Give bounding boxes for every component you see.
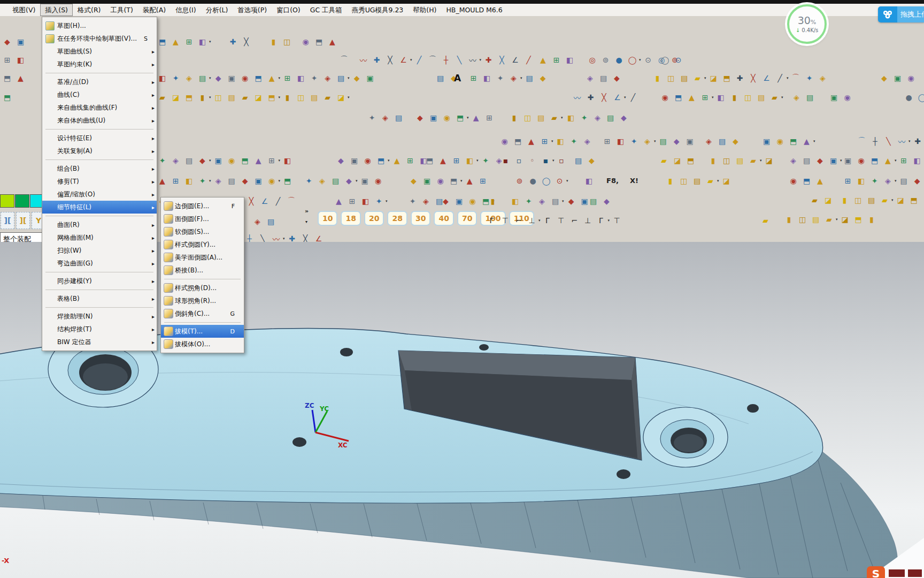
toolbar-icon[interactable]: ⬒ — [852, 213, 865, 226]
toolbar-icon[interactable]: ◈ — [212, 174, 225, 187]
toolbar-icon[interactable]: ◯ — [626, 54, 638, 66]
menubar-item[interactable]: 分析(L) — [201, 4, 233, 16]
toolbar-icon[interactable]: ◪ — [839, 213, 851, 226]
dropdown-arrow-icon[interactable]: ▾ — [476, 158, 479, 163]
toolbar-icon[interactable]: ◈ — [251, 215, 264, 228]
dropdown-arrow-icon[interactable]: ▾ — [760, 158, 762, 163]
dropdown-arrow-icon[interactable]: ▾ — [279, 158, 281, 163]
toolbar-icon[interactable]: ⬒ — [1, 72, 13, 85]
toolbar-icon[interactable]: ◧ — [555, 135, 567, 148]
toolbar-icon[interactable]: ⊚ — [599, 54, 612, 66]
toolbar-icon[interactable]: ⌒ — [790, 72, 802, 85]
toolbar-icon[interactable]: ◪ — [335, 91, 347, 104]
toolbar-icon[interactable]: ⊞ — [266, 154, 278, 167]
toolbar-icon[interactable]: ▮ — [281, 91, 294, 104]
toolbar-icon[interactable]: ▤ — [335, 72, 347, 85]
toolbar-icon[interactable]: ✦ — [578, 111, 590, 124]
toolbar-icon[interactable]: ✦ — [480, 154, 492, 167]
toolbar-icon[interactable]: ▤ — [329, 174, 342, 187]
toolbar-icon[interactable]: ◧ — [583, 174, 595, 187]
toolbar-icon[interactable]: ◈ — [170, 154, 182, 167]
toolbar-icon[interactable]: ⊞ — [1, 54, 13, 66]
dropdown-arrow-icon[interactable]: ▾ — [520, 76, 522, 80]
toolbar-icon[interactable]: ◧ — [564, 54, 576, 66]
toolbar-icon[interactable]: ⬒ — [252, 72, 265, 85]
toolbar-icon[interactable]: ╳ — [598, 91, 610, 104]
toolbar-icon[interactable]: ✚ — [584, 91, 597, 104]
toolbar-icon[interactable]: ◉ — [239, 72, 251, 85]
menu-item[interactable]: 来自体的曲线(U)▸ — [42, 114, 157, 127]
toolbar-icon[interactable]: ◧ — [183, 174, 195, 187]
toolbar-icon[interactable]: ⊞ — [483, 111, 496, 124]
toolbar-icon[interactable]: ◧ — [156, 72, 168, 85]
toolbar-icon[interactable]: ⬒ — [183, 91, 195, 104]
toolbar-icon[interactable]: ▪ — [499, 154, 512, 167]
toolbar-icon[interactable]: ✦ — [196, 174, 209, 187]
toolbar-icon[interactable]: ▤ — [865, 194, 877, 207]
toolbar-icon[interactable]: ◆ — [407, 174, 420, 187]
toolbar-icon[interactable]: ▣ — [827, 154, 840, 167]
menu-item[interactable]: 网格曲面(M)▸ — [42, 231, 157, 244]
toolbar-icon[interactable]: ▲ — [14, 72, 27, 85]
toolbar-icon[interactable]: ◦ — [526, 154, 538, 167]
toolbar-icon[interactable]: ▲ — [470, 111, 482, 124]
toolbar-icon[interactable]: ◆ — [537, 72, 549, 85]
dropdown-arrow-icon[interactable]: ▾ — [538, 218, 541, 223]
dropdown-arrow-icon[interactable]: ▾ — [787, 76, 789, 80]
toolbar-icon[interactable]: ◫ — [295, 91, 307, 104]
toolbar-icon[interactable]: ⊞ — [467, 72, 480, 85]
toolbar-icon[interactable]: ◪ — [720, 174, 733, 187]
toolbar-icon[interactable]: ◆ — [1, 35, 13, 48]
toolbar-icon[interactable]: ◧ — [614, 135, 627, 148]
toolbar-icon[interactable]: ╲ — [453, 54, 466, 66]
menubar-item[interactable]: 插入(S) — [40, 4, 73, 16]
toolbar-icon[interactable]: ◈ — [507, 72, 520, 85]
toolbar-icon[interactable]: ● — [903, 91, 915, 104]
toolbar-icon[interactable]: ◆ — [196, 154, 209, 167]
toolbar-icon[interactable]: ⬒ — [1, 91, 13, 104]
toolbar-icon[interactable]: ⬒ — [672, 91, 684, 104]
toolbar-icon[interactable]: Γ — [595, 214, 607, 227]
toolbar-icon[interactable]: ◉ — [905, 72, 917, 85]
toolbar-icon[interactable]: ┼ — [869, 135, 881, 148]
toolbar-icon[interactable]: ◈ — [790, 91, 803, 104]
toolbar-icon[interactable]: 〰 — [357, 54, 369, 66]
dropdown-arrow-icon[interactable]: ▾ — [891, 198, 894, 202]
toolbar-icon[interactable]: ◉ — [787, 174, 799, 187]
toolbar-icon[interactable]: ◈ — [379, 111, 391, 124]
menu-item[interactable]: 细节特征(L)▸ — [42, 201, 157, 214]
toolbar-icon[interactable]: ▣ — [421, 174, 433, 187]
toolbar-icon[interactable]: ◈ — [321, 72, 334, 85]
toolbar-icon[interactable]: ▮ — [651, 72, 664, 85]
toolbar-icon[interactable]: ◉ — [498, 135, 511, 148]
toolbar-icon[interactable]: ⌒ — [856, 135, 868, 148]
toolbar-icon[interactable]: ◯ — [916, 91, 924, 104]
toolbar-icon[interactable]: ▰ — [747, 154, 759, 167]
toolbar-icon[interactable]: ◧ — [715, 91, 727, 104]
toolbar-icon[interactable]: ▤ — [535, 111, 547, 124]
toolbar-icon[interactable]: ⊞ — [281, 72, 294, 85]
toolbar-icon[interactable]: ◫ — [742, 91, 754, 104]
dropdown-arrow-icon[interactable]: ▾ — [209, 158, 211, 163]
dropdown-arrow-icon[interactable]: ▾ — [279, 95, 281, 100]
toolbar-icon[interactable]: ◉ — [466, 195, 479, 208]
toolbar-icon[interactable]: ▤ — [604, 111, 617, 124]
dropdown-arrow-icon[interactable]: ▾ — [561, 116, 563, 120]
toolbar-icon[interactable]: 〰 — [896, 135, 908, 148]
dropdown-arrow-icon[interactable]: ▾ — [781, 95, 783, 100]
toolbar-icon[interactable]: ▰ — [759, 214, 772, 227]
toolbar-icon[interactable]: ▲ — [156, 174, 168, 187]
menu-item[interactable]: 美学面倒圆(A)... — [161, 251, 244, 264]
toolbar-icon[interactable]: ⊞ — [842, 174, 854, 187]
toolbar-x-button[interactable]: X! — [630, 177, 638, 185]
toolbar-icon[interactable]: ▤ — [226, 174, 238, 187]
toolbar-icon[interactable]: ✦ — [568, 135, 580, 148]
toolbar-icon[interactable]: ⊙ — [553, 174, 566, 187]
toolbar-icon[interactable]: ▲ — [537, 54, 549, 66]
dropdown-arrow-icon[interactable]: ▾ — [895, 158, 897, 163]
toolbar-icon[interactable]: ✦ — [170, 72, 182, 85]
toolbar-icon[interactable]: ◈ — [641, 135, 653, 148]
toolbar-icon[interactable]: ✦ — [803, 72, 815, 85]
menubar-item[interactable]: HB_MOULD M6.6 — [441, 4, 507, 16]
toolbar-icon[interactable]: ∠ — [611, 91, 623, 104]
